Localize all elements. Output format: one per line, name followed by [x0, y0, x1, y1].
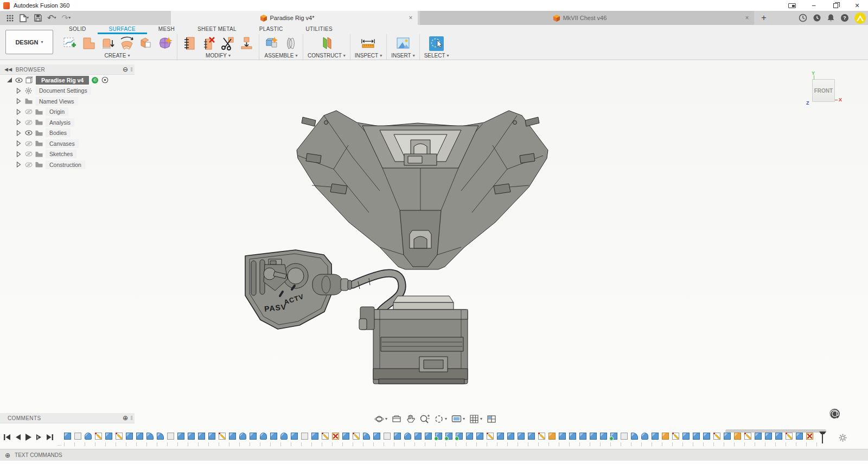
step-forward-button[interactable] — [36, 434, 42, 441]
timeline-feature-sketch[interactable] — [353, 433, 360, 440]
ribbon-tab-sheet-metal[interactable]: SHEET METAL — [186, 25, 248, 34]
visibility-eye-icon[interactable] — [15, 78, 25, 83]
browser-item-document-settings[interactable]: Document Settings — [0, 86, 135, 96]
browser-item-sketches[interactable]: Sketches — [0, 149, 135, 160]
timeline-feature-dome[interactable] — [280, 433, 288, 440]
construction-plane-icon[interactable] — [318, 36, 334, 51]
zoom-icon[interactable] — [418, 414, 431, 424]
timeline-feature-sketch[interactable] — [116, 433, 123, 440]
root-component-label[interactable]: Paradise Rig v4 — [36, 76, 89, 85]
visibility-eye-icon[interactable] — [25, 130, 33, 136]
assemble-dropdown[interactable]: ASSEMBLE▾ — [265, 53, 298, 59]
timeline-feature-sketch[interactable] — [786, 433, 793, 440]
timeline-feature-fillet[interactable] — [146, 433, 154, 440]
timeline-feature-blue[interactable] — [373, 433, 380, 440]
joint-icon[interactable] — [283, 36, 298, 51]
timeline-feature-blue[interactable] — [64, 433, 71, 440]
browser-header[interactable]: ◀◀ BROWSER ⊖ ‖ — [0, 65, 135, 75]
ribbon-tab-mesh[interactable]: MESH — [147, 25, 186, 34]
timeline-feature-blue[interactable] — [652, 433, 659, 440]
timeline-feature-blue[interactable] — [682, 433, 690, 440]
tab-close-icon[interactable]: × — [740, 14, 754, 22]
workspace-selector[interactable]: DESIGN▾ — [5, 30, 53, 54]
tab-paradise-rig[interactable]: Paradise Rig v4* × — [171, 11, 418, 25]
timeline-feature-fillet[interactable] — [157, 433, 164, 440]
file-menu-icon[interactable]: ▾ — [18, 14, 30, 22]
play-button[interactable] — [25, 433, 32, 441]
expand-caret-icon[interactable] — [16, 162, 25, 168]
timeline-feature-dome[interactable] — [641, 433, 648, 440]
timeline-feature-gray[interactable] — [621, 433, 628, 440]
timeline-feature-blue[interactable] — [507, 433, 514, 440]
patch-icon[interactable] — [138, 36, 154, 51]
timeline-feature-gray[interactable] — [384, 433, 391, 440]
browser-item-label[interactable]: Construction — [46, 160, 85, 169]
browser-item-label[interactable]: Document Settings — [35, 86, 91, 95]
browser-item-canvases[interactable]: Canvases — [0, 138, 135, 149]
new-component-icon[interactable] — [264, 36, 279, 51]
timeline-feature-dome[interactable] — [404, 433, 411, 440]
insert-dropdown[interactable]: INSERT▾ — [391, 53, 415, 59]
visibility-eye-off-icon[interactable] — [25, 109, 33, 114]
timeline-feature-blue[interactable] — [311, 433, 318, 440]
browser-item-label[interactable]: Named Views — [35, 97, 78, 106]
orbit-icon[interactable]: ▾ — [373, 414, 388, 424]
timeline-feature-dome[interactable] — [239, 433, 246, 440]
activate-radio-icon[interactable] — [101, 76, 108, 83]
timeline-feature-fillet[interactable] — [363, 433, 370, 440]
skip-to-end-button[interactable] — [46, 434, 54, 441]
avatar[interactable] — [854, 12, 866, 24]
revolve-icon[interactable] — [119, 36, 135, 51]
timeline-feature-orange[interactable] — [734, 433, 741, 440]
timeline-feature-sketch[interactable] — [744, 433, 751, 440]
timeline-feature-blue[interactable] — [755, 433, 762, 440]
timeline-feature-blue[interactable] — [497, 433, 504, 440]
timeline-feature-blue[interactable] — [208, 433, 215, 440]
expand-caret-icon[interactable] — [16, 109, 25, 115]
timeline-feature-sketch[interactable] — [672, 433, 679, 440]
timeline-feature-redx[interactable] — [332, 433, 339, 440]
timeline-feature-sketch[interactable] — [219, 433, 226, 440]
timeline-feature-sketch[interactable] — [713, 433, 720, 440]
timeline-feature-blue[interactable] — [518, 433, 525, 440]
look-at-icon[interactable] — [391, 414, 403, 424]
expand-caret-icon[interactable] — [7, 77, 15, 83]
expand-caret-icon[interactable] — [16, 98, 25, 104]
timeline-feature-blue[interactable] — [765, 433, 772, 440]
collapse-panel-icon[interactable]: ◀◀ — [4, 67, 12, 72]
add-comment-icon[interactable]: ⊕ — [123, 414, 128, 422]
visibility-eye-off-icon[interactable] — [25, 141, 33, 146]
panel-grip[interactable]: ‖ — [130, 67, 133, 73]
timeline-feature-blue[interactable] — [394, 433, 401, 440]
press-pull-icon[interactable] — [182, 36, 197, 51]
viewcube[interactable]: FRONT Y X Z — [812, 79, 835, 102]
tab-mkvii-chest[interactable]: MkVII Chest v46 × — [420, 11, 754, 25]
inspect-dropdown[interactable]: INSPECT▾ — [355, 53, 382, 59]
delete-icon[interactable] — [201, 36, 216, 51]
timeline-feature-blue[interactable] — [342, 433, 349, 440]
tab-close-icon[interactable]: × — [404, 14, 418, 22]
viewcube-face-label[interactable]: FRONT — [814, 88, 833, 94]
timeline-feature-blue[interactable] — [590, 433, 597, 440]
timeline-feature-dome[interactable] — [85, 433, 92, 440]
browser-item-origin[interactable]: Origin — [0, 107, 135, 118]
browser-item-label[interactable]: Bodies — [46, 128, 71, 137]
timeline-feature-blue[interactable] — [703, 433, 710, 440]
panel-grip[interactable]: ‖ — [130, 415, 133, 421]
ribbon-tab-plastic[interactable]: PLASTIC — [248, 25, 295, 34]
timeline-feature-blue[interactable] — [693, 433, 700, 440]
timeline-feature-blue[interactable] — [270, 433, 277, 440]
browser-item-analysis[interactable]: Analysis — [0, 117, 135, 128]
timeline-feature-orange[interactable] — [548, 433, 556, 440]
timeline-feature-blue[interactable] — [466, 433, 473, 440]
visibility-eye-off-icon[interactable] — [25, 120, 33, 125]
timeline-feature-blue[interactable] — [425, 433, 432, 440]
timeline-feature-green[interactable] — [445, 433, 452, 440]
timeline-feature-blue[interactable] — [559, 433, 566, 440]
timeline-feature-green[interactable] — [610, 433, 617, 440]
trim-icon[interactable] — [220, 36, 235, 51]
timeline-feature-green[interactable] — [435, 433, 442, 440]
ribbon-tab-utilities[interactable]: UTILITIES — [295, 25, 344, 34]
timeline-feature-gray[interactable] — [74, 433, 81, 440]
extend-icon[interactable] — [239, 36, 254, 51]
